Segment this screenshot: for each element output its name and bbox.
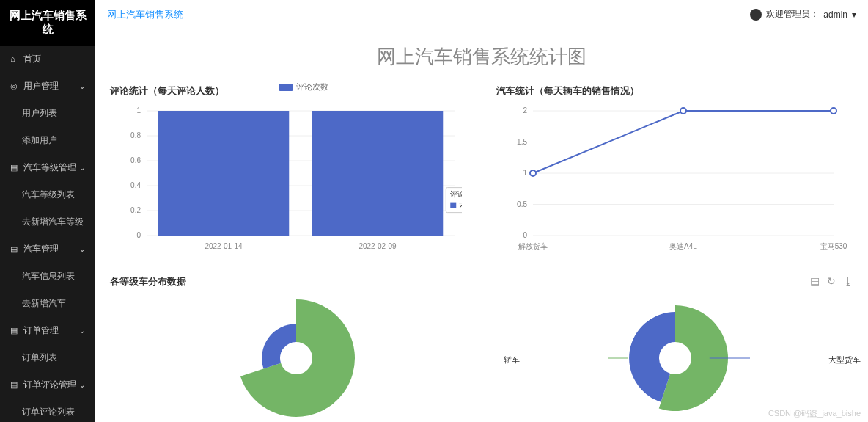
sidebar-item-用户管理[interactable]: ◎用户管理⌄ [0,73,95,100]
sidebar-subitem-订单列表[interactable]: 订单列表 [0,344,95,371]
pie-section-title: 各等级车分布数据 [110,275,853,288]
svg-point-32 [680,108,686,114]
svg-text:2022-02-09: 2022-02-09 [459,202,462,210]
svg-text:奥迪A4L: 奥迪A4L [669,242,697,250]
legend-swatch-icon [279,84,293,91]
svg-text:1: 1 [136,106,141,114]
breadcrumb[interactable]: 网上汽车销售系统 [107,8,183,21]
chevron-down-icon: ⌄ [79,164,85,172]
svg-text:宝马530: 宝马530 [820,242,847,250]
chevron-down-icon[interactable]: ▾ [852,10,856,20]
line-chart-title: 汽车统计（每天辆车的销售情况） [496,84,853,98]
sidebar-subitem-用户列表[interactable]: 用户列表 [0,100,95,127]
sidebar-subitem-去新增汽车等级[interactable]: 去新增汽车等级 [0,208,95,236]
line-chart: 00.511.52解放货车奥迪A4L宝马530 [496,103,848,258]
sidebar-item-订单管理[interactable]: ▤订单管理⌄ [0,317,95,344]
sidebar: 网上汽车销售系统 ⌂首页◎用户管理⌄用户列表添加用户▤汽车等级管理⌄汽车等级列表… [0,0,95,422]
menu-icon: ▤ [10,326,19,335]
svg-text:1.5: 1.5 [517,138,527,146]
legend-label: 评论次数 [296,81,328,92]
page-title: 网上汽车销售系统统计图 [110,44,853,70]
svg-text:0: 0 [136,231,141,239]
svg-text:评论次数: 评论次数 [450,190,462,198]
pie-chart-left [110,296,467,422]
sidebar-item-订单评论管理[interactable]: ▤订单评论管理⌄ [0,371,95,399]
svg-text:0.8: 0.8 [130,131,141,139]
svg-text:0.4: 0.4 [130,181,141,189]
data-view-icon[interactable]: ▤ [810,275,820,287]
welcome-block: 欢迎管理员： admin ▾ [750,8,856,21]
download-icon[interactable]: ⭳ [843,275,853,287]
pie-label-left: 轿车 [504,354,520,365]
bar-chart: 00.20.40.60.812022-01-142022-02-09评论次数20… [110,103,462,258]
pie-chart-right: 轿车 大型货车 [496,296,853,422]
svg-point-33 [831,108,836,114]
sidebar-subitem-汽车等级列表[interactable]: 汽车等级列表 [0,181,95,208]
sidebar-item-首页[interactable]: ⌂首页 [0,46,95,73]
pie-left-svg [194,296,384,422]
svg-rect-12 [158,111,290,236]
svg-text:2: 2 [523,106,527,114]
sidebar-item-汽车管理[interactable]: ▤汽车管理⌄ [0,236,95,263]
sidebar-subitem-订单评论列表[interactable]: 订单评论列表 [0,399,95,422]
welcome-prefix: 欢迎管理员： [766,8,819,21]
line-chart-panel: 汽车统计（每天辆车的销售情况） 00.511.52解放货车奥迪A4L宝马530 [496,84,853,258]
chevron-down-icon: ⌄ [79,327,85,335]
avatar-icon [750,9,762,21]
bar-chart-panel: 评论统计（每天评论人数） 评论次数 00.20.40.60.812022-01-… [110,84,467,258]
svg-text:0.6: 0.6 [130,156,141,164]
logo: 网上汽车销售系统 [0,0,95,46]
welcome-user[interactable]: admin [823,10,847,20]
svg-text:0.5: 0.5 [517,200,527,208]
topbar: 网上汽车销售系统 欢迎管理员： admin ▾ [95,0,868,29]
sidebar-item-汽车等级管理[interactable]: ▤汽车等级管理⌄ [0,154,95,181]
pie-label-right: 大型货车 [828,354,861,365]
sidebar-subitem-添加用户[interactable]: 添加用户 [0,127,95,154]
main: 网上汽车销售系统 欢迎管理员： admin ▾ 网上汽车销售系统统计图 评论统计… [95,0,868,422]
chevron-down-icon: ⌄ [79,245,85,253]
svg-rect-14 [312,111,444,236]
menu-icon: ▤ [10,244,19,254]
svg-text:解放货车: 解放货车 [518,242,548,250]
sidebar-subitem-汽车信息列表[interactable]: 汽车信息列表 [0,263,95,290]
bar-chart-legend[interactable]: 评论次数 [279,81,328,92]
watermark: CSDN @码盗_java_bishe [768,408,861,419]
refresh-icon[interactable]: ↻ [827,275,836,287]
chart-toolbar: ▤ ↻ ⭳ [810,275,853,287]
menu-icon: ◎ [10,81,19,91]
content: 网上汽车销售系统统计图 评论统计（每天评论人数） 评论次数 00.20.40.6… [95,29,868,422]
svg-point-31 [530,170,536,176]
svg-text:0.2: 0.2 [130,206,141,214]
menu-icon: ▤ [10,163,19,172]
menu-icon: ▤ [10,380,19,390]
svg-text:0: 0 [523,231,527,239]
sidebar-subitem-去新增汽车[interactable]: 去新增汽车 [0,290,95,317]
svg-text:2022-02-09: 2022-02-09 [358,242,397,250]
menu-icon: ⌂ [10,54,19,63]
svg-rect-18 [450,203,456,208]
chevron-down-icon: ⌄ [79,82,85,90]
pie-right-svg [565,296,785,422]
svg-text:2022-01-14: 2022-01-14 [205,242,243,250]
chevron-down-icon: ⌄ [79,381,85,389]
svg-text:1: 1 [523,169,527,177]
